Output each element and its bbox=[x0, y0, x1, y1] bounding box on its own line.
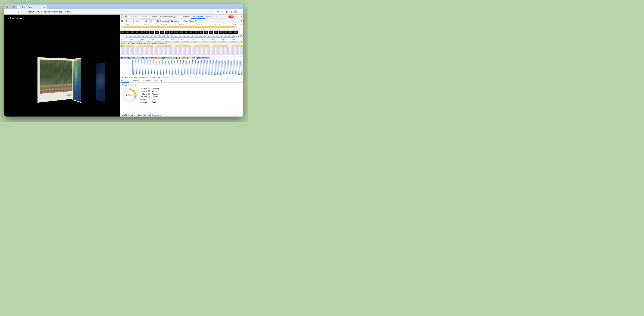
screenshot-thumb[interactable] bbox=[135, 31, 140, 34]
counter-documents[interactable]: Documents[5 – 5] bbox=[144, 57, 161, 59]
close-tab-icon[interactable]: × bbox=[44, 6, 46, 9]
tab-memory[interactable]: Memory bbox=[205, 15, 214, 19]
forward-button[interactable] bbox=[11, 10, 14, 14]
url-host: localhost bbox=[26, 11, 34, 13]
range-text: Range: 0 – 6.22 s bbox=[122, 84, 242, 86]
screenshot-thumb[interactable] bbox=[218, 31, 223, 34]
reload-record-icon[interactable] bbox=[125, 20, 127, 22]
subtab-summary[interactable]: Summary bbox=[121, 79, 129, 83]
tabs-dropdown-icon[interactable]: ⌄ bbox=[240, 6, 242, 8]
record-button[interactable] bbox=[121, 20, 123, 22]
screenshot-thumb[interactable] bbox=[125, 31, 130, 34]
settings-gear-icon[interactable]: ⚙ bbox=[235, 16, 236, 18]
tab-performance[interactable]: Performance bbox=[191, 15, 205, 19]
maximize-window-button[interactable] bbox=[13, 6, 14, 8]
screenshot-thumb[interactable] bbox=[170, 31, 174, 34]
screenshot-thumb[interactable] bbox=[224, 31, 228, 34]
swatch-rendering bbox=[148, 90, 150, 92]
overview-heap[interactable]: HEAP10.5 MB – 12.7 MB bbox=[120, 35, 243, 38]
screenshot-thumb[interactable] bbox=[120, 31, 125, 34]
screenshots-checkbox[interactable]: Screenshots bbox=[157, 20, 170, 22]
error-count-badge[interactable]: ✕22 bbox=[228, 16, 234, 18]
reload-button[interactable] bbox=[16, 10, 20, 14]
cover-next-1[interactable] bbox=[72, 58, 81, 103]
screenshot-thumb[interactable] bbox=[179, 31, 184, 34]
sidepanel-icon[interactable] bbox=[230, 11, 232, 13]
load-profile-icon[interactable] bbox=[132, 20, 134, 22]
device-toolbar-icon[interactable] bbox=[125, 15, 127, 18]
main-track-header[interactable]: ▼ Main — http://localhost:3000/demo/view… bbox=[120, 43, 243, 45]
screenshot-thumb[interactable] bbox=[164, 31, 169, 34]
main-track-label: Main — http://localhost:3000/demo/view-t… bbox=[122, 43, 166, 45]
inspect-element-icon[interactable] bbox=[122, 15, 124, 18]
cover-front[interactable]: Volume One DAB RECORDS bbox=[38, 57, 76, 103]
heap-chart[interactable] bbox=[120, 59, 243, 76]
counter-listeners[interactable]: Listeners[142 – 142] bbox=[178, 57, 196, 59]
subtab-call-tree[interactable]: Call Tree bbox=[143, 79, 151, 83]
memory-checkbox[interactable]: Memory bbox=[171, 20, 180, 22]
counter-nodes[interactable]: Nodes[304 – 304] bbox=[161, 57, 178, 59]
tab-elements[interactable]: Elements bbox=[128, 15, 139, 19]
expand-triangle-icon[interactable]: ▶ bbox=[120, 41, 122, 42]
screenshot-thumb[interactable] bbox=[160, 31, 164, 34]
bookmark-star-icon[interactable]: ☆ bbox=[221, 11, 224, 13]
screenshot-thumb[interactable] bbox=[145, 31, 150, 34]
screenshot-thumb[interactable] bbox=[204, 31, 208, 34]
screenshot-thumb[interactable] bbox=[130, 31, 135, 34]
frames-bars bbox=[130, 41, 243, 42]
tab-network[interactable]: Network bbox=[181, 15, 191, 19]
show-debug-checkbox[interactable]: Show Debug bbox=[7, 17, 22, 19]
screenshot-thumb[interactable] bbox=[209, 31, 213, 34]
screenshots-filmstrip[interactable] bbox=[120, 30, 243, 35]
site-info-icon[interactable]: i bbox=[23, 11, 25, 13]
browser-tab[interactable]: Cover Flow × bbox=[17, 5, 47, 9]
subtab-bottom-up[interactable]: Bottom-Up bbox=[132, 79, 140, 83]
donut-total: 6220 ms bbox=[122, 87, 137, 103]
screenshot-thumb[interactable] bbox=[189, 31, 194, 34]
screenshot-thumb[interactable] bbox=[184, 31, 189, 34]
capture-settings-gear-icon[interactable]: ⚙ bbox=[240, 20, 242, 22]
learn-more-link[interactable]: Learn more bbox=[152, 114, 161, 116]
tab-perf-insights[interactable]: Performance insights ⚗ bbox=[159, 15, 181, 19]
minimize-window-button[interactable] bbox=[10, 6, 12, 8]
screenshot-thumb[interactable] bbox=[155, 31, 159, 34]
tab-overflow[interactable]: » bbox=[214, 15, 219, 19]
close-window-button[interactable] bbox=[6, 6, 8, 8]
collapse-triangle-icon[interactable]: ▼ bbox=[120, 43, 122, 44]
screenshot-thumb[interactable] bbox=[199, 31, 204, 34]
screenshot-thumb[interactable] bbox=[174, 31, 179, 34]
counter-gpu[interactable]: GPU Memory bbox=[196, 57, 210, 59]
screenshot-thumb[interactable] bbox=[194, 31, 198, 34]
tab-strip: Cover Flow × + bbox=[17, 5, 51, 9]
profile-avatar[interactable] bbox=[234, 10, 237, 14]
save-profile-icon[interactable] bbox=[136, 20, 138, 22]
flame-chart[interactable] bbox=[120, 45, 243, 57]
stat-nodes: Nodes: 304 bbox=[152, 77, 160, 79]
overview-timeline[interactable]: 1000 ms2000 ms3000 ms4000 ms5000 ms6000 … bbox=[120, 23, 243, 30]
share-icon[interactable] bbox=[216, 11, 219, 13]
screenshot-thumb[interactable] bbox=[214, 31, 218, 34]
screenshot-thumb[interactable] bbox=[140, 31, 144, 34]
close-devtools-icon[interactable]: × bbox=[241, 15, 242, 18]
omnibox[interactable]: i localhost:3000/demo/view-timeline-css/… bbox=[21, 10, 215, 14]
counter-jsheap[interactable]: JS Heap[10.5 MB – 12.7 MB] bbox=[120, 57, 144, 59]
devtools-tabs: Elements Console Sources Performance ins… bbox=[120, 15, 243, 19]
back-button[interactable] bbox=[6, 10, 10, 14]
screenshot-thumb[interactable] bbox=[150, 31, 154, 34]
frames-track[interactable]: ▶ Frames ns bbox=[120, 40, 243, 43]
tab-console[interactable]: Console bbox=[139, 15, 149, 19]
subtab-event-log[interactable]: Event Log bbox=[154, 79, 162, 83]
extensions-icon[interactable] bbox=[225, 11, 228, 13]
tab-sources[interactable]: Sources bbox=[149, 15, 159, 19]
devtools-menu-icon[interactable]: ⋮ bbox=[238, 16, 240, 18]
cover-next-2[interactable] bbox=[96, 63, 105, 103]
target-select[interactable]: localhost #1 bbox=[142, 20, 156, 22]
browser-menu-icon[interactable]: ⋮ bbox=[239, 11, 242, 13]
gc-trash-icon[interactable] bbox=[194, 20, 197, 22]
webvitals-checkbox[interactable]: Web Vitals bbox=[182, 20, 193, 22]
coverflow[interactable]: Volume One DAB RECORDS bbox=[4, 46, 120, 106]
screenshot-thumb[interactable] bbox=[233, 31, 238, 34]
clear-icon[interactable] bbox=[128, 20, 131, 22]
new-tab-button[interactable]: + bbox=[47, 5, 51, 9]
screenshot-thumb[interactable] bbox=[228, 31, 233, 34]
